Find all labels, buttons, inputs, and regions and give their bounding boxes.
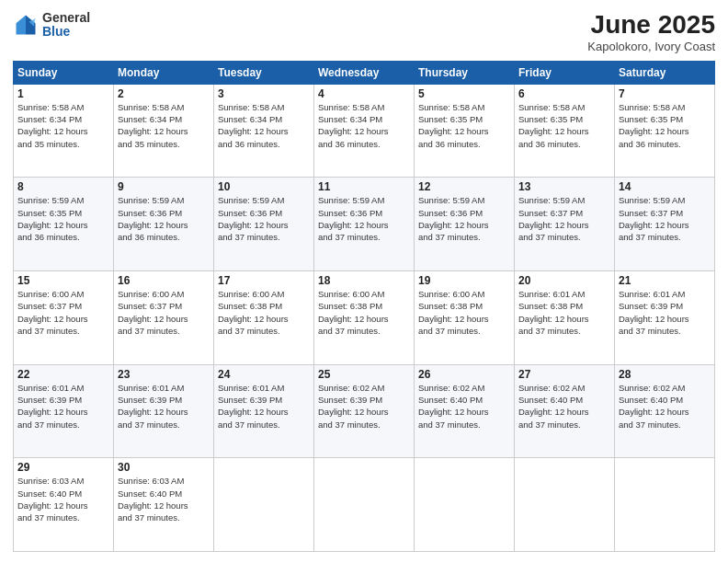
day-info: Sunrise: 6:01 AMSunset: 6:38 PMDaylight:… (518, 288, 610, 337)
day-info: Sunrise: 5:59 AMSunset: 6:36 PMDaylight:… (418, 194, 510, 243)
day-number: 20 (518, 274, 610, 287)
day-cell: 10Sunrise: 5:59 AMSunset: 6:36 PMDayligh… (214, 178, 314, 271)
day-cell: 8Sunrise: 5:59 AMSunset: 6:35 PMDaylight… (14, 178, 114, 271)
day-cell: 12Sunrise: 5:59 AMSunset: 6:36 PMDayligh… (415, 178, 515, 271)
day-info: Sunrise: 6:03 AMSunset: 6:40 PMDaylight:… (17, 475, 109, 523)
day-info: Sunrise: 5:58 AMSunset: 6:34 PMDaylight:… (218, 101, 310, 150)
week-row-2: 8Sunrise: 5:59 AMSunset: 6:35 PMDaylight… (14, 178, 715, 271)
day-number: 13 (518, 180, 610, 193)
day-number: 24 (218, 368, 310, 381)
day-info: Sunrise: 5:58 AMSunset: 6:35 PMDaylight:… (619, 101, 711, 150)
day-number: 21 (619, 274, 711, 287)
calendar-table: SundayMondayTuesdayWednesdayThursdayFrid… (13, 61, 715, 552)
day-number: 12 (418, 180, 510, 193)
title-block: June 2025 Kapolokoro, Ivory Coast (587, 11, 715, 53)
day-cell: 26Sunrise: 6:02 AMSunset: 6:40 PMDayligh… (415, 364, 515, 458)
day-cell: 25Sunrise: 6:02 AMSunset: 6:39 PMDayligh… (314, 364, 415, 458)
logo-blue: Blue (42, 25, 90, 39)
logo-general: General (42, 11, 90, 25)
day-cell: 23Sunrise: 6:01 AMSunset: 6:39 PMDayligh… (114, 364, 214, 458)
day-cell: 30Sunrise: 6:03 AMSunset: 6:40 PMDayligh… (114, 458, 214, 552)
day-cell: 6Sunrise: 5:58 AMSunset: 6:35 PMDaylight… (515, 84, 615, 178)
day-number: 4 (318, 87, 410, 100)
day-info: Sunrise: 6:01 AMSunset: 6:39 PMDaylight:… (118, 382, 210, 431)
day-cell: 19Sunrise: 6:00 AMSunset: 6:38 PMDayligh… (415, 271, 515, 365)
day-number: 19 (418, 274, 510, 287)
day-cell: 15Sunrise: 6:00 AMSunset: 6:37 PMDayligh… (14, 271, 114, 365)
day-number: 27 (518, 368, 610, 381)
day-info: Sunrise: 6:00 AMSunset: 6:38 PMDaylight:… (318, 288, 410, 337)
week-row-3: 15Sunrise: 6:00 AMSunset: 6:37 PMDayligh… (14, 271, 715, 365)
col-header-saturday: Saturday (615, 61, 715, 84)
day-number: 30 (118, 461, 210, 474)
day-cell: 24Sunrise: 6:01 AMSunset: 6:39 PMDayligh… (214, 364, 314, 458)
day-info: Sunrise: 6:03 AMSunset: 6:40 PMDaylight:… (118, 475, 210, 523)
day-cell: 29Sunrise: 6:03 AMSunset: 6:40 PMDayligh… (14, 458, 114, 552)
day-number: 18 (318, 274, 410, 287)
day-number: 14 (619, 180, 711, 193)
month-title: June 2025 (587, 11, 715, 40)
day-number: 1 (17, 87, 109, 100)
logo-text: General Blue (42, 11, 90, 40)
day-number: 2 (118, 87, 210, 100)
week-row-5: 29Sunrise: 6:03 AMSunset: 6:40 PMDayligh… (14, 458, 715, 552)
day-cell: 22Sunrise: 6:01 AMSunset: 6:39 PMDayligh… (14, 364, 114, 458)
day-info: Sunrise: 5:59 AMSunset: 6:36 PMDaylight:… (318, 194, 410, 243)
day-number: 17 (218, 274, 310, 287)
day-cell: 5Sunrise: 5:58 AMSunset: 6:35 PMDaylight… (415, 84, 515, 178)
day-cell: 16Sunrise: 6:00 AMSunset: 6:37 PMDayligh… (114, 271, 214, 365)
day-cell: 18Sunrise: 6:00 AMSunset: 6:38 PMDayligh… (314, 271, 415, 365)
day-cell: 13Sunrise: 5:59 AMSunset: 6:37 PMDayligh… (515, 178, 615, 271)
col-header-sunday: Sunday (14, 61, 114, 84)
day-cell: 1Sunrise: 5:58 AMSunset: 6:34 PMDaylight… (14, 84, 114, 178)
day-cell: 3Sunrise: 5:58 AMSunset: 6:34 PMDaylight… (214, 84, 314, 178)
day-info: Sunrise: 6:00 AMSunset: 6:38 PMDaylight:… (418, 288, 510, 337)
day-cell: 17Sunrise: 6:00 AMSunset: 6:38 PMDayligh… (214, 271, 314, 365)
header-row: SundayMondayTuesdayWednesdayThursdayFrid… (14, 61, 715, 84)
day-number: 10 (218, 180, 310, 193)
svg-marker-1 (17, 16, 27, 35)
day-info: Sunrise: 5:58 AMSunset: 6:34 PMDaylight:… (318, 101, 410, 150)
location-subtitle: Kapolokoro, Ivory Coast (587, 40, 715, 53)
day-info: Sunrise: 6:02 AMSunset: 6:39 PMDaylight:… (318, 382, 410, 431)
day-number: 16 (118, 274, 210, 287)
day-info: Sunrise: 5:59 AMSunset: 6:35 PMDaylight:… (17, 194, 109, 243)
day-info: Sunrise: 5:59 AMSunset: 6:36 PMDaylight:… (218, 194, 310, 243)
day-cell: 20Sunrise: 6:01 AMSunset: 6:38 PMDayligh… (515, 271, 615, 365)
day-number: 29 (17, 461, 109, 474)
day-info: Sunrise: 6:02 AMSunset: 6:40 PMDaylight:… (418, 382, 510, 431)
day-info: Sunrise: 5:58 AMSunset: 6:34 PMDaylight:… (17, 101, 109, 150)
day-cell: 11Sunrise: 5:59 AMSunset: 6:36 PMDayligh… (314, 178, 415, 271)
page: General Blue June 2025 Kapolokoro, Ivory… (0, 0, 728, 563)
day-number: 8 (17, 180, 109, 193)
day-number: 15 (17, 274, 109, 287)
day-cell: 21Sunrise: 6:01 AMSunset: 6:39 PMDayligh… (615, 271, 715, 365)
day-cell: 9Sunrise: 5:59 AMSunset: 6:36 PMDaylight… (114, 178, 214, 271)
day-number: 28 (619, 368, 711, 381)
day-number: 3 (218, 87, 310, 100)
day-info: Sunrise: 5:58 AMSunset: 6:35 PMDaylight:… (418, 101, 510, 150)
col-header-tuesday: Tuesday (214, 61, 314, 84)
day-info: Sunrise: 6:01 AMSunset: 6:39 PMDaylight:… (17, 382, 109, 431)
logo: General Blue (13, 11, 90, 40)
day-number: 23 (118, 368, 210, 381)
day-info: Sunrise: 6:02 AMSunset: 6:40 PMDaylight:… (518, 382, 610, 431)
day-info: Sunrise: 5:59 AMSunset: 6:37 PMDaylight:… (518, 194, 610, 243)
day-info: Sunrise: 6:01 AMSunset: 6:39 PMDaylight:… (619, 288, 711, 337)
day-number: 5 (418, 87, 510, 100)
day-info: Sunrise: 5:59 AMSunset: 6:37 PMDaylight:… (619, 194, 711, 243)
col-header-wednesday: Wednesday (314, 61, 415, 84)
day-cell: 28Sunrise: 6:02 AMSunset: 6:40 PMDayligh… (615, 364, 715, 458)
day-cell: 27Sunrise: 6:02 AMSunset: 6:40 PMDayligh… (515, 364, 615, 458)
week-row-4: 22Sunrise: 6:01 AMSunset: 6:39 PMDayligh… (14, 364, 715, 458)
day-info: Sunrise: 6:00 AMSunset: 6:38 PMDaylight:… (218, 288, 310, 337)
logo-icon (13, 12, 39, 38)
day-cell: 2Sunrise: 5:58 AMSunset: 6:34 PMDaylight… (114, 84, 214, 178)
day-number: 26 (418, 368, 510, 381)
day-number: 6 (518, 87, 610, 100)
week-row-1: 1Sunrise: 5:58 AMSunset: 6:34 PMDaylight… (14, 84, 715, 178)
col-header-friday: Friday (515, 61, 615, 84)
day-number: 7 (619, 87, 711, 100)
day-number: 9 (118, 180, 210, 193)
day-cell: 7Sunrise: 5:58 AMSunset: 6:35 PMDaylight… (615, 84, 715, 178)
